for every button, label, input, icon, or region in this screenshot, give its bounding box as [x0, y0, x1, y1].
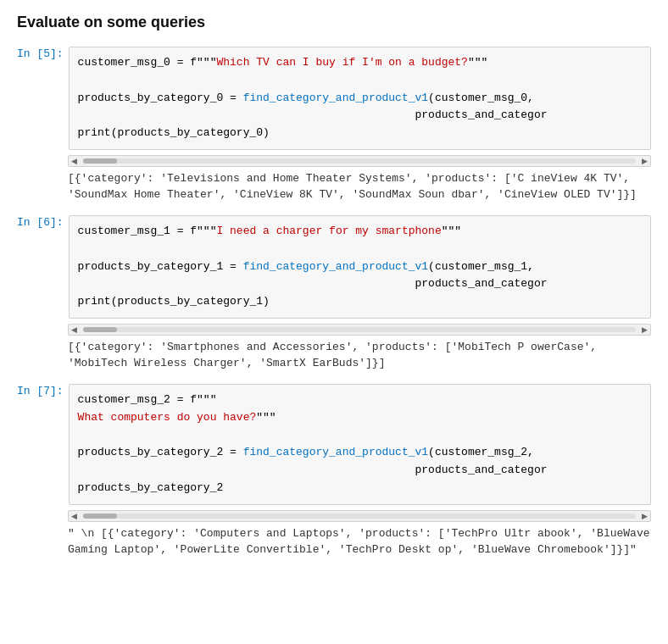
code-token: = — [170, 393, 190, 406]
code-token: I need a charger for my smartphone — [216, 225, 441, 237]
scroll-right-arrow[interactable]: ▶ — [639, 157, 650, 165]
code-token: = — [223, 260, 242, 273]
code-box: customer_msg_2 = f"""What computers do y… — [69, 384, 651, 505]
code-token: find_category_and_product_v1 — [243, 446, 428, 458]
code-line: What computers do you have?""" — [78, 409, 642, 427]
scroll-left-arrow[interactable]: ◀ — [69, 512, 80, 520]
code-box: customer_msg_1 = f"""I need a charger fo… — [69, 215, 651, 319]
code-token: Which TV can I buy if I'm on a budget? — [216, 56, 467, 69]
code-token: f""" — [190, 56, 216, 69]
code-line — [78, 427, 642, 445]
cell-label: In [5]: — [17, 47, 69, 60]
cell-label: In [7]: — [17, 384, 69, 397]
output-cell: [{'category': 'Smartphones and Accessori… — [68, 339, 651, 372]
scroll-left-arrow[interactable]: ◀ — [69, 157, 80, 165]
code-line: products_by_category_1 = find_category_a… — [78, 258, 642, 276]
code-token: = — [170, 56, 190, 69]
code-cell: In [7]:customer_msg_2 = f"""What compute… — [17, 384, 651, 558]
scroll-track[interactable] — [83, 158, 636, 164]
code-token: products_and_categor — [78, 108, 548, 121]
code-token: customer_msg_1 — [78, 225, 170, 237]
code-token: = — [170, 225, 190, 237]
code-line: products_by_category_2 = find_category_a… — [78, 444, 642, 462]
code-token: print — [78, 295, 111, 308]
code-token: find_category_and_product_v1 — [243, 92, 428, 104]
code-token: products_by_category_1 — [78, 260, 224, 273]
code-line: products_by_category_0 = find_category_a… — [78, 90, 642, 108]
code-line — [78, 241, 642, 258]
code-token: products_by_category_2 — [78, 446, 224, 458]
code-token: customer_msg_2 — [78, 393, 170, 406]
code-token: f""" — [190, 225, 216, 237]
cell-label: In [6]: — [17, 215, 69, 229]
output-cell: " \n [{'category': 'Computers and Laptop… — [68, 525, 651, 558]
scroll-track[interactable] — [83, 514, 636, 519]
code-cell: In [6]:customer_msg_1 = f"""I need a cha… — [17, 215, 651, 372]
code-line: print(products_by_category_1) — [78, 293, 642, 311]
code-box: customer_msg_0 = f"""Which TV can I buy … — [69, 47, 651, 150]
scroll-thumb[interactable] — [83, 327, 117, 332]
output-cell: [{'category': 'Televisions and Home Thea… — [68, 170, 651, 203]
code-token: f""" — [190, 393, 216, 406]
code-line: customer_msg_2 = f""" — [78, 391, 642, 409]
code-token: (products_by_category_0) — [111, 126, 270, 139]
code-token: products_by_category_2 — [78, 481, 224, 494]
code-token: What computers do you have? — [78, 411, 257, 424]
horizontal-scrollbar[interactable]: ◀ ▶ — [68, 155, 651, 167]
code-line: products_and_categor — [78, 462, 642, 480]
code-line: products_and_categor — [78, 107, 642, 125]
code-line: customer_msg_1 = f"""I need a charger fo… — [78, 223, 642, 241]
cells-container: In [5]:customer_msg_0 = f"""Which TV can… — [17, 47, 651, 558]
code-token: find_category_and_product_v1 — [243, 260, 428, 273]
scroll-right-arrow[interactable]: ▶ — [639, 325, 650, 334]
code-token: = — [223, 446, 242, 458]
input-row: In [5]:customer_msg_0 = f"""Which TV can… — [17, 47, 651, 150]
scroll-thumb[interactable] — [83, 158, 117, 164]
code-token: print — [78, 126, 111, 139]
code-token: (customer_msg_2, — [428, 446, 534, 458]
code-token: (products_by_category_1) — [111, 295, 270, 308]
code-token: """ — [442, 225, 461, 237]
code-line: print(products_by_category_0) — [78, 125, 642, 142]
scroll-left-arrow[interactable]: ◀ — [69, 325, 80, 334]
input-row: In [6]:customer_msg_1 = f"""I need a cha… — [17, 215, 651, 319]
code-token: = — [223, 92, 242, 104]
code-line: customer_msg_0 = f"""Which TV can I buy … — [78, 54, 642, 72]
page-title: Evaluate on some queries — [17, 14, 651, 31]
code-token: """ — [468, 56, 487, 69]
code-token: """ — [256, 411, 276, 424]
horizontal-scrollbar[interactable]: ◀ ▶ — [68, 510, 651, 522]
code-cell: In [5]:customer_msg_0 = f"""Which TV can… — [17, 47, 651, 203]
code-token: customer_msg_0 — [78, 56, 170, 69]
code-token: products_and_categor — [78, 464, 548, 476]
scroll-track[interactable] — [83, 327, 636, 332]
input-row: In [7]:customer_msg_2 = f"""What compute… — [17, 384, 651, 505]
horizontal-scrollbar[interactable]: ◀ ▶ — [68, 324, 651, 336]
code-token: (customer_msg_0, — [428, 92, 534, 104]
code-token: products_by_category_0 — [78, 92, 224, 104]
scroll-right-arrow[interactable]: ▶ — [639, 512, 650, 520]
code-token: products_and_categor — [78, 277, 548, 290]
code-line — [78, 72, 642, 90]
code-token: (customer_msg_1, — [428, 260, 534, 273]
scroll-thumb[interactable] — [83, 514, 117, 519]
code-line: products_by_category_2 — [78, 480, 642, 497]
code-line: products_and_categor — [78, 275, 642, 293]
